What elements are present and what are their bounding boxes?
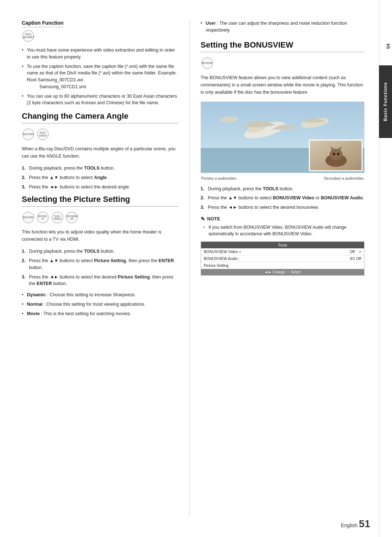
dvd-video-icon-1: DVD-VIDEO xyxy=(37,129,49,140)
caption-bullet-2: To use the caption function, save the ca… xyxy=(22,63,179,90)
bonusview-body: The BONUSVIEW feature allows you to view… xyxy=(201,74,364,96)
page-number: 51 xyxy=(359,518,370,529)
note-header: ✎ NOTE xyxy=(201,216,364,222)
tools-row-1-left: BONUSVIEW Video < xyxy=(204,249,241,254)
picture-step-3: 3.Press the ◄► buttons to select the des… xyxy=(22,274,179,288)
svg-point-11 xyxy=(333,152,335,155)
left-column: Caption Function DivX/MKV/MP4 You must h… xyxy=(0,0,189,537)
caption-bullet-list: You must have some experience with video… xyxy=(22,47,179,106)
camera-angle-step-1: 1.During playback, press the TOOLS butto… xyxy=(22,165,179,172)
picture-setting-icon-row: BD-ROM BD-RE/-R DVD-VIDEO DVD±RW/±R xyxy=(22,212,179,223)
picture-sub-user: User : The user can adjust the sharpness… xyxy=(201,20,364,34)
camera-angle-step-2: 2.Press the ▲▼ buttons to select Angle. xyxy=(22,174,179,181)
camera-angle-icon-row: BD-ROM DVD-VIDEO xyxy=(22,129,179,140)
picture-sub-normal: Normal : Choose this setting for most vi… xyxy=(22,301,179,308)
camera-angle-body: When a Blu-ray Disc/DVD contains multipl… xyxy=(22,145,179,160)
content-area: Caption Function DivX/MKV/MP4 You must h… xyxy=(0,0,379,537)
divx-icon: DivX/MKV/MP4 xyxy=(23,30,34,42)
tools-table-header: Tools xyxy=(201,242,364,248)
picture-setting-subbullets: Dynamic : Choose this setting to increas… xyxy=(22,292,179,317)
svg-point-8 xyxy=(330,149,342,160)
picture-sub-movie: Movie : This is the best setting for wat… xyxy=(22,310,179,317)
dvd-rw-icon: DVD±RW/±R xyxy=(66,212,78,223)
bonusview-svg xyxy=(201,101,364,174)
tools-row-1: BONUSVIEW Video < Off > xyxy=(201,248,364,255)
note-item-1: If you switch from BONUSVIEW Video, BONU… xyxy=(204,224,364,237)
bonusview-steps: 1.During playback, press the TOOLS butto… xyxy=(201,186,364,211)
chapter-label-tab: Basic Functions xyxy=(379,65,392,138)
tools-table-footer: ◄► Change ☞ Select xyxy=(201,269,364,275)
picture-setting-body: This function lets you to adjust video q… xyxy=(22,228,179,243)
tools-row-1-right: Off > xyxy=(350,249,361,254)
primary-caption: Primary a audio/video xyxy=(201,176,237,180)
picture-setting-title: Selecting the Picture Setting xyxy=(22,195,179,207)
camera-angle-title: Changing the Camera Angle xyxy=(22,111,179,123)
tools-table: Tools BONUSVIEW Video < Off > BONUSVIEW … xyxy=(201,241,364,276)
camera-angle-steps: 1.During playback, press the TOOLS butto… xyxy=(22,165,179,190)
bdrom-icon-1: BD-ROM xyxy=(23,129,34,140)
bonusview-title: Setting the BONUSVIEW xyxy=(201,40,364,52)
bonusview-step-1: 1.During playback, press the TOOLS butto… xyxy=(201,186,364,192)
picture-step-2: 2.Press the ▲▼ buttons to select Picture… xyxy=(22,257,179,271)
note-list: If you switch from BONUSVIEW Video, BONU… xyxy=(204,224,364,237)
svg-point-12 xyxy=(337,152,339,155)
tools-row-3-left: Picture Setting xyxy=(204,263,229,268)
caption-bullet-3: You can use up to 60 alphanumeric charac… xyxy=(22,93,179,107)
tools-row-2-left: BONUSVIEW Audio : xyxy=(204,256,240,261)
chapter-number: 04 xyxy=(385,44,391,49)
secondary-caption: Secondary a audio/video xyxy=(324,176,364,180)
caption-icon-row: DivX/MKV/MP4 xyxy=(22,30,179,42)
bonusview-icon-row: BD-ROM xyxy=(201,57,364,69)
picture-sub-dynamic: Dynamic : Choose this setting to increas… xyxy=(22,292,179,298)
caption-bullet-1: You must have some experience with video… xyxy=(22,47,179,61)
tools-row-2: BONUSVIEW Audio : 0/1 Off xyxy=(201,255,364,262)
dvd-video-icon-2: DVD-VIDEO xyxy=(52,212,63,223)
bonusview-step-3: 3.Press the ◄► buttons to select the des… xyxy=(201,204,364,211)
picture-setting-section: Selecting the Picture Setting BD-ROM BD-… xyxy=(22,195,179,317)
picture-setting-steps: 1.During playback, press the TOOLS butto… xyxy=(22,248,179,287)
user-bullet: User : The user can adjust the sharpness… xyxy=(201,20,364,34)
language-label: English xyxy=(341,522,358,528)
bonusview-section: Setting the BONUSVIEW BD-ROM The BONUSVI… xyxy=(201,40,364,276)
bonusview-image xyxy=(201,101,364,174)
bdrom-icon-2: BD-ROM xyxy=(23,212,34,223)
caption-section: Caption Function DivX/MKV/MP4 You must h… xyxy=(22,20,179,106)
camera-angle-step-3: 3.Press the ◄► buttons to select the des… xyxy=(22,184,179,191)
note-pencil-icon: ✎ xyxy=(201,216,205,222)
right-column: User : The user can adjust the sharpness… xyxy=(190,0,379,537)
page-footer: English51 xyxy=(341,518,370,530)
note-label: NOTE xyxy=(207,216,220,221)
tools-row-3: Picture Setting xyxy=(201,262,364,269)
bonusview-caption-row: Primary a audio/video Secondary a audio/… xyxy=(201,176,364,180)
caption-title: Caption Function xyxy=(22,20,64,27)
bdrom-icon-bonusview: BD-ROM xyxy=(201,57,213,69)
bonusview-step-2: 2.Press the ▲▼ buttons to select BONUSVI… xyxy=(201,195,364,202)
note-section: ✎ NOTE If you switch from BONUSVIEW Vide… xyxy=(201,216,364,237)
side-tab: 04 Basic Functions xyxy=(379,0,392,537)
chapter-label-text: Basic Functions xyxy=(383,82,388,121)
tools-row-2-right: 0/1 Off xyxy=(350,256,361,261)
camera-angle-section: Changing the Camera Angle BD-ROM DVD-VID… xyxy=(22,111,179,190)
picture-step-1: 1.During playback, press the TOOLS butto… xyxy=(22,248,179,255)
bdre-icon: BD-RE/-R xyxy=(37,212,49,223)
